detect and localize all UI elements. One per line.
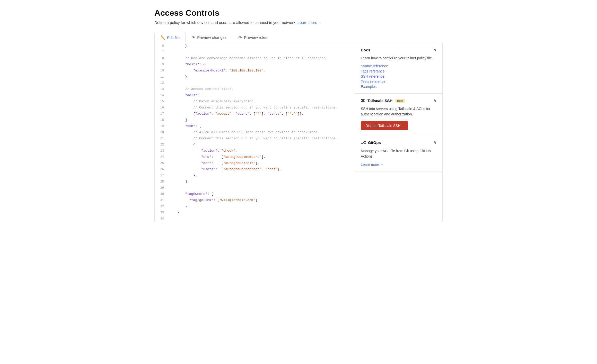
editor-line: 6 }, bbox=[155, 43, 355, 49]
editor-line: 17 {"action": "accept", "users": ["*"], … bbox=[155, 111, 355, 117]
examples-link[interactable]: Examples bbox=[361, 85, 437, 89]
editor-line: 26 "users": ["autogroup:nonroot", "root"… bbox=[155, 166, 355, 172]
editor-line: 24 "src": ["autogroup:members"], bbox=[155, 154, 355, 160]
editor-line: 30 "tagOwners": { bbox=[155, 191, 355, 197]
editor-line: 12 bbox=[155, 80, 355, 86]
page-title: Access Controls bbox=[154, 8, 443, 18]
editor-line: 15 // Match absolutely everything. bbox=[155, 98, 355, 105]
editor-line: 23 "action": "check", bbox=[155, 148, 355, 154]
editor-line: 31 "tag:golink": ["will@lethain.com"] bbox=[155, 197, 355, 203]
editor-line: 7 bbox=[155, 49, 355, 55]
ssh-reference-link[interactable]: SSH reference bbox=[361, 74, 437, 78]
editor-line: 32 } bbox=[155, 203, 355, 210]
docs-links: Syntax reference Tags reference SSH refe… bbox=[361, 64, 437, 89]
tab-preview-rules[interactable]: 👁 Preview rules bbox=[232, 32, 273, 43]
gitops-section: ⎇ GitOps ∨ Manage your ACL file from Git… bbox=[355, 135, 442, 171]
tailscale-ssh-header[interactable]: ⌘ Tailscale SSH Beta ∨ bbox=[361, 98, 437, 103]
tabs-bar: ✏️ Edit file 👁 Preview changes 👁 Preview… bbox=[154, 32, 443, 43]
editor-line: 20 // Allow all users to SSH into their … bbox=[155, 129, 355, 135]
gitops-learn-more-link[interactable]: Learn more → bbox=[361, 162, 384, 167]
editor-line: 10 "example-host-1": "100.100.100.100", bbox=[155, 68, 355, 74]
ssh-description: SSH into servers using Tailscale & ACLs … bbox=[361, 106, 437, 117]
tailscale-ssh-section: ⌘ Tailscale SSH Beta ∨ SSH into servers … bbox=[355, 94, 442, 135]
editor-line: 13 // Access control lists. bbox=[155, 86, 355, 92]
ssh-chevron-icon: ∨ bbox=[434, 98, 437, 103]
editor-line: 27 }, bbox=[155, 172, 355, 179]
tests-reference-link[interactable]: Tests reference bbox=[361, 79, 437, 84]
preview-changes-icon: 👁 bbox=[191, 35, 195, 40]
tab-edit-file[interactable]: ✏️ Edit file bbox=[154, 32, 186, 43]
editor-panel[interactable]: 6 }, 7 8 // Declare convenient hostname … bbox=[155, 43, 355, 222]
docs-chevron-icon: ∨ bbox=[434, 48, 437, 52]
docs-section: Docs ∨ Learn how to configure your tailn… bbox=[355, 43, 442, 94]
gitops-description: Manage your ACL file from Git using GitH… bbox=[361, 148, 437, 159]
gitops-icon: ⎇ bbox=[361, 140, 366, 145]
editor-line: 22 { bbox=[155, 142, 355, 148]
editor-line: 14 "acls": [ bbox=[155, 92, 355, 98]
editor-line: 9 "hosts": { bbox=[155, 61, 355, 68]
editor-line: 25 "dst": ["autogroup:self"], bbox=[155, 160, 355, 166]
editor-line: 18 ], bbox=[155, 117, 355, 123]
page-subtitle: Define a policy for which devices and us… bbox=[154, 20, 443, 25]
editor-line: 29 bbox=[155, 185, 355, 191]
sidebar-panel: Docs ∨ Learn how to configure your tailn… bbox=[355, 43, 442, 222]
docs-section-header[interactable]: Docs ∨ bbox=[361, 48, 437, 52]
tab-preview-changes[interactable]: 👁 Preview changes bbox=[186, 32, 232, 43]
terminal-icon: ⌘ bbox=[361, 98, 365, 103]
gitops-chevron-icon: ∨ bbox=[434, 140, 437, 145]
learn-more-header-link[interactable]: Learn more → bbox=[297, 20, 322, 25]
tags-reference-link[interactable]: Tags reference bbox=[361, 69, 437, 73]
editor-line: 21 // Comment this section out if you wa… bbox=[155, 135, 355, 142]
editor-line: 11 }, bbox=[155, 74, 355, 80]
docs-description: Learn how to configure your tailnet poli… bbox=[361, 56, 437, 61]
editor-line: 16 // Comment this section out if you wa… bbox=[155, 105, 355, 111]
editor-line: 8 // Declare convenient hostname aliases… bbox=[155, 55, 355, 61]
editor-line: 19 "ssh": [ bbox=[155, 123, 355, 129]
syntax-reference-link[interactable]: Syntax reference bbox=[361, 64, 437, 68]
main-layout: 6 }, 7 8 // Declare convenient hostname … bbox=[154, 43, 443, 222]
disable-tailscale-ssh-button[interactable]: Disable Tailscale SSH... bbox=[361, 121, 408, 130]
preview-rules-icon: 👁 bbox=[238, 35, 242, 40]
gitops-section-header[interactable]: ⎇ GitOps ∨ bbox=[361, 140, 437, 145]
beta-badge: Beta bbox=[395, 99, 405, 103]
editor-line: 33 } bbox=[155, 210, 355, 216]
editor-line: 28 ], bbox=[155, 179, 355, 185]
editor-line: 34 bbox=[155, 216, 355, 222]
edit-icon: ✏️ bbox=[160, 35, 165, 40]
